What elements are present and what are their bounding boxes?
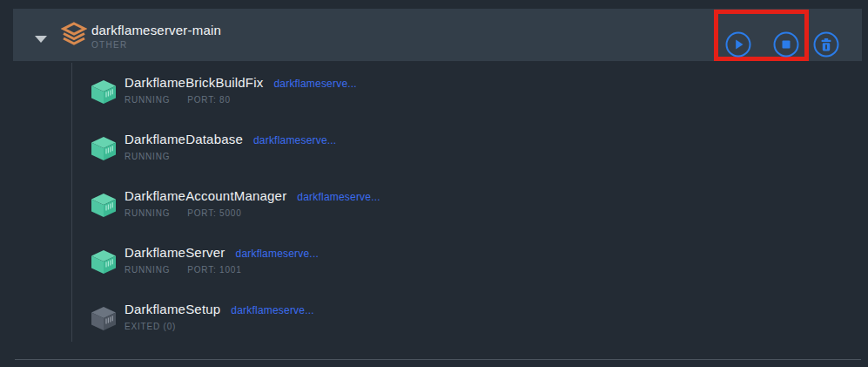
container-name: DarkflameAccountManager — [124, 188, 286, 203]
trash-icon — [813, 31, 839, 58]
delete-button[interactable] — [813, 31, 839, 58]
container-cube-icon — [91, 80, 116, 104]
collapse-chevron-down-icon[interactable] — [35, 36, 47, 43]
container-image-link[interactable]: darkflameserve... — [253, 134, 336, 146]
status-text: RUNNING — [124, 95, 170, 105]
container-row-darkflamesetup[interactable]: DarkflameSetupdarkflameserve... EXITED (… — [91, 302, 380, 358]
container-status-line: EXITED (0) — [124, 322, 314, 331]
container-image-link[interactable]: darkflameserve... — [231, 304, 313, 316]
project-title: darkflameserver-main — [91, 22, 221, 38]
project-titles: darkflameserver-main OTHER — [91, 22, 221, 50]
port-text: PORT: 1001 — [187, 265, 241, 275]
container-cube-icon — [91, 250, 116, 274]
container-row-darkflameserver[interactable]: DarkflameServerdarkflameserve... RUNNING… — [91, 245, 380, 302]
tree-guide-line — [71, 63, 72, 342]
container-row-darkflameaccountmanager[interactable]: DarkflameAccountManagerdarkflameserve...… — [91, 188, 380, 245]
container-row-darkflamebrickbuildfix[interactable]: DarkflameBrickBuildFixdarkflameserve... … — [91, 75, 380, 132]
status-text: RUNNING — [124, 265, 170, 275]
port-text: PORT: 80 — [187, 95, 231, 105]
container-name: DarkflameServer — [124, 245, 225, 260]
container-name: DarkflameBrickBuildFix — [124, 75, 263, 90]
stop-button[interactable] — [773, 31, 799, 58]
container-status-line: RUNNINGPORT: 5000 — [124, 208, 380, 218]
container-cube-icon — [91, 137, 116, 160]
container-cube-icon — [91, 307, 116, 330]
project-category-label: OTHER — [91, 40, 221, 50]
port-text: PORT: 5000 — [187, 208, 241, 218]
container-list: DarkflameBrickBuildFixdarkflameserve... … — [91, 75, 380, 358]
project-header: darkflameserver-main OTHER — [13, 9, 862, 61]
container-status-line: RUNNINGPORT: 80 — [124, 95, 357, 105]
container-cube-icon — [91, 194, 116, 217]
status-text: RUNNING — [124, 152, 170, 161]
status-text: RUNNING — [124, 208, 170, 218]
container-image-link[interactable]: darkflameserve... — [297, 191, 380, 203]
container-image-link[interactable]: darkflameserve... — [273, 78, 356, 90]
play-icon — [725, 31, 751, 58]
bottom-separator — [15, 359, 861, 360]
start-button[interactable] — [725, 31, 751, 58]
container-status-line: RUNNINGPORT: 1001 — [124, 265, 319, 275]
container-row-darkflamedatabase[interactable]: DarkflameDatabasedarkflameserve... RUNNI… — [91, 132, 380, 188]
layers-stack-icon — [61, 21, 87, 47]
status-text: EXITED (0) — [124, 322, 176, 331]
container-name: DarkflameSetup — [124, 302, 220, 316]
stop-icon — [773, 31, 799, 58]
container-status-line: RUNNING — [124, 152, 336, 161]
container-image-link[interactable]: darkflameserve... — [236, 248, 319, 260]
container-name: DarkflameDatabase — [124, 132, 243, 146]
